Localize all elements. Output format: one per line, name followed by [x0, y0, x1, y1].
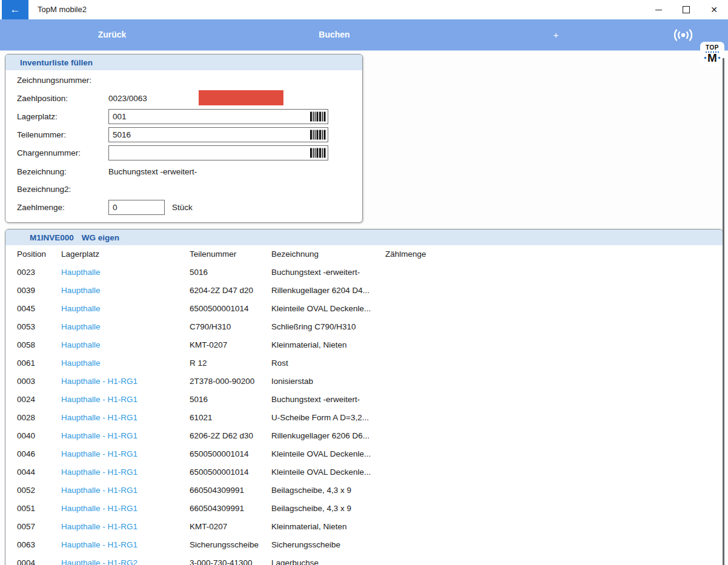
cell-lagerplatz[interactable]: Haupthalle - H1-RG1 — [61, 409, 137, 427]
cell-lagerplatz[interactable]: Haupthalle - H1-RG1 — [61, 372, 137, 391]
buchen-button[interactable]: Buchen — [319, 19, 349, 50]
cell-lagerplatz[interactable]: Haupthalle — [61, 263, 101, 282]
cell-bezeichnung: Schließring C790/H310 — [271, 318, 356, 336]
minimize-button[interactable] — [644, 0, 672, 19]
cell-teilenummer: 660504309991 — [190, 500, 244, 518]
cell-lagerplatz[interactable]: Haupthalle - H1-RG2 — [61, 554, 137, 565]
cell-position: 0046 — [17, 445, 35, 463]
column-header-lagerplatz: Lagerplatz — [61, 245, 99, 263]
cell-position: 0044 — [17, 463, 35, 481]
barcode-scan-icon[interactable] — [310, 148, 326, 160]
cell-bezeichnung: Rillenkugellager 6204 D4... — [271, 282, 369, 300]
cell-bezeichnung: Sicherungsscheibe — [271, 536, 340, 554]
cell-lagerplatz[interactable]: Haupthalle — [61, 336, 101, 354]
cell-bezeichnung: Beilagscheibe, 4,3 x 9 — [271, 481, 351, 500]
status-marker-red — [199, 90, 283, 105]
table-row: 0044Haupthalle - H1-RG16500500001014Klei… — [5, 463, 723, 481]
cell-lagerplatz[interactable]: Haupthalle - H1-RG1 — [61, 391, 137, 409]
cell-lagerplatz[interactable]: Haupthalle — [61, 300, 101, 318]
close-icon: ✕ — [710, 5, 718, 14]
table-row: 0058HaupthalleKMT-0207Kleinmaterial, Nie… — [5, 336, 723, 354]
cell-lagerplatz[interactable]: Haupthalle — [61, 318, 101, 336]
zurueck-button[interactable]: Zurück — [98, 19, 127, 50]
table-row: 0063Haupthalle - H1-RG1Sicherungsscheibe… — [5, 536, 723, 554]
table-row: 0039Haupthalle6204-2Z D47 d20Rillenkugel… — [5, 282, 723, 300]
field-row-chargennummer: Chargennummer: — [5, 144, 362, 162]
cell-position: 0063 — [17, 536, 35, 554]
maximize-button[interactable] — [672, 0, 700, 19]
cell-lagerplatz[interactable]: Haupthalle - H1-RG1 — [61, 481, 137, 500]
column-header-position: Position — [17, 245, 46, 263]
cell-teilenummer: 2T378-000-90200 — [190, 372, 254, 391]
title-bar: ← TopM mobile2 ✕ — [0, 0, 728, 19]
lagerplatz-label: Lagerplatz: — [17, 108, 58, 126]
list-body: 0023Haupthalle5016Buchungstext -erweiter… — [5, 263, 723, 565]
teilenummer-input[interactable] — [108, 127, 328, 142]
app-window: ← TopM mobile2 ✕ Zurück Buchen + TOP M I… — [0, 0, 728, 565]
cell-teilenummer: 660504309991 — [190, 481, 244, 500]
bezeichnung-label: Bezeichnung: — [17, 163, 67, 181]
zaehlposition-label: Zaehlposition: — [17, 90, 68, 108]
zaehlmenge-input[interactable] — [108, 200, 165, 215]
cell-teilenummer: 5016 — [190, 391, 208, 409]
back-button[interactable]: ← — [2, 0, 28, 19]
scrollbar-thumb[interactable] — [723, 58, 724, 565]
cell-bezeichnung: Buchungstext -erweitert- — [271, 263, 360, 282]
cell-bezeichnung: Lagerbuchse — [271, 554, 319, 565]
minimize-icon — [655, 10, 662, 10]
cell-bezeichnung: Kleinteile OVAL Deckenle... — [271, 300, 371, 318]
cell-lagerplatz[interactable]: Haupthalle - H1-RG1 — [61, 536, 137, 554]
cell-position: 0057 — [17, 518, 35, 536]
cell-bezeichnung: Kleinmaterial, Nieten — [271, 518, 347, 536]
cell-position: 0052 — [17, 481, 35, 500]
zaehlmenge-unit: Stück — [172, 199, 193, 217]
field-row-bezeichnung: Bezeichnung: Buchungstext -erweitert- — [5, 163, 362, 181]
field-row-zeichnungsnummer: Zeichnungsnummer: — [5, 71, 362, 90]
barcode-scan-icon[interactable] — [310, 111, 326, 124]
cell-lagerplatz[interactable]: Haupthalle - H1-RG1 — [61, 500, 137, 518]
cell-bezeichnung: Kleinteile OVAL Deckenle... — [271, 463, 371, 481]
plus-button[interactable]: + — [554, 19, 559, 50]
cell-bezeichnung: Kleinmaterial, Nieten — [271, 336, 347, 354]
inventory-list-panel: M1INVE000 WG eigen PositionLagerplatzTei… — [5, 229, 723, 565]
table-row: 0003Haupthalle - H1-RG12T378-000-90200Io… — [5, 372, 723, 391]
column-header-teilenummer: Teilenummer — [190, 245, 236, 263]
table-row: 0061HaupthalleR 12Rost — [5, 354, 723, 372]
cell-lagerplatz[interactable]: Haupthalle — [61, 354, 101, 372]
cell-bezeichnung: Beilagscheibe, 4,3 x 9 — [271, 500, 351, 518]
barcode-scan-icon[interactable] — [310, 130, 326, 142]
cell-teilenummer: 3-000-730-41300 — [190, 554, 253, 565]
field-row-lagerplatz: Lagerplatz: — [5, 108, 362, 126]
close-button[interactable]: ✕ — [700, 0, 728, 19]
cell-teilenummer: R 12 — [190, 354, 207, 372]
table-row: 0046Haupthalle - H1-RG16500500001014Klei… — [5, 445, 723, 463]
cell-teilenummer: 5016 — [190, 263, 208, 282]
cell-position: 0004 — [17, 554, 35, 565]
window-title: TopM mobile2 — [38, 0, 87, 19]
chargennummer-input[interactable] — [108, 145, 328, 160]
table-row: 0051Haupthalle - H1-RG1660504309991Beila… — [5, 500, 723, 518]
cell-lagerplatz[interactable]: Haupthalle - H1-RG1 — [61, 445, 137, 463]
cell-position: 0045 — [17, 300, 35, 318]
inventory-form-panel: Inventurliste füllen Zeichnungsnummer: Z… — [5, 54, 363, 223]
cell-position: 0053 — [17, 318, 35, 336]
cell-position: 0051 — [17, 500, 35, 518]
wireless-status-icon[interactable] — [671, 27, 695, 43]
zeichnungsnummer-label: Zeichnungsnummer: — [17, 71, 91, 90]
cell-teilenummer: 6500500001014 — [190, 463, 249, 481]
teilenummer-label: Teilenummer: — [17, 126, 66, 144]
field-row-bezeichnung2: Bezeichnung2: — [5, 180, 362, 199]
lagerplatz-input[interactable] — [108, 109, 328, 124]
cell-bezeichnung: Rost — [271, 354, 288, 372]
cell-lagerplatz[interactable]: Haupthalle — [61, 282, 101, 300]
cell-position: 0028 — [17, 409, 35, 427]
cell-bezeichnung: Buchungstext -erweitert- — [271, 391, 360, 409]
table-row: 0028Haupthalle - H1-RG161021U-Scheibe Fo… — [5, 409, 723, 427]
cell-lagerplatz[interactable]: Haupthalle - H1-RG1 — [61, 427, 137, 445]
cell-position: 0024 — [17, 391, 35, 409]
cell-lagerplatz[interactable]: Haupthalle - H1-RG1 — [61, 518, 137, 536]
cell-lagerplatz[interactable]: Haupthalle - H1-RG1 — [61, 463, 137, 481]
maximize-icon — [683, 6, 690, 13]
back-arrow-icon: ← — [10, 4, 21, 16]
cell-position: 0040 — [17, 427, 35, 445]
